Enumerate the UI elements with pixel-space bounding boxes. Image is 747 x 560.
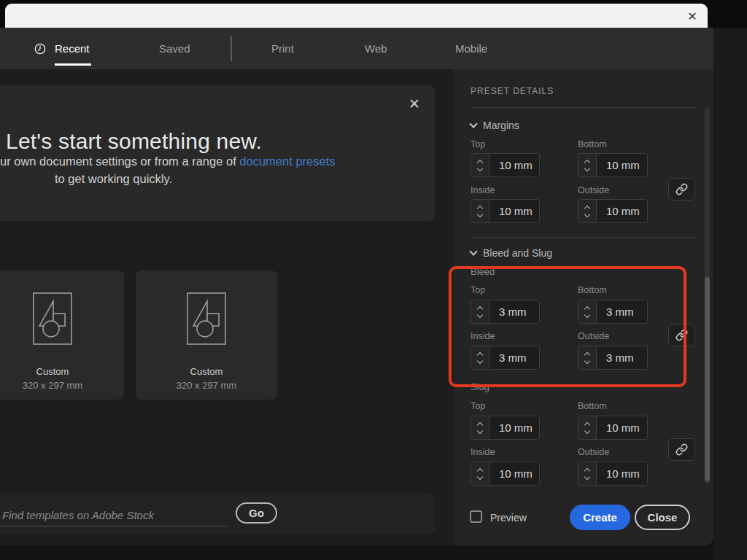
tab-recent[interactable]: Recent — [55, 42, 90, 55]
stepper-down-icon[interactable] — [584, 211, 590, 217]
tab-web[interactable]: Web — [365, 42, 387, 55]
panel-header: PRESET DETAILS — [471, 86, 554, 96]
margins-outside-label: Outside — [578, 185, 609, 195]
margins-link-button[interactable] — [668, 178, 695, 201]
stepper-up-icon[interactable] — [584, 205, 590, 211]
stock-search-input[interactable]: Find templates on Adobe Stock — [0, 500, 228, 526]
stock-go-button[interactable]: Go — [236, 502, 277, 524]
preset-card-custom-2[interactable]: Custom 320 x 297 mm — [136, 271, 277, 400]
stepper-arrows[interactable] — [471, 200, 489, 222]
slug-top-label: Top — [471, 401, 485, 411]
slug-top-field[interactable]: 10 mm — [471, 416, 540, 440]
margins-bottom-field[interactable]: 10 mm — [578, 153, 648, 177]
bleed-bottom-value[interactable]: 3 mm — [597, 300, 647, 323]
margins-top-value[interactable]: 10 mm — [489, 154, 539, 176]
window-close-icon[interactable]: ✕ — [683, 7, 702, 26]
stepper-arrows[interactable] — [471, 300, 489, 323]
welcome-banner: Let's start something new. ur own docume… — [0, 85, 435, 221]
divider — [471, 107, 696, 108]
stepper-up-icon[interactable] — [477, 421, 483, 427]
bleed-inside-value[interactable]: 3 mm — [489, 346, 539, 369]
bleed-bottom-field[interactable]: 3 mm — [578, 300, 648, 324]
slug-inside-label: Inside — [471, 447, 495, 457]
stepper-up-icon[interactable] — [477, 467, 483, 473]
slug-bottom-value[interactable]: 10 mm — [597, 416, 647, 439]
margins-outside-value[interactable]: 10 mm — [597, 200, 647, 222]
stepper-arrows[interactable] — [471, 154, 489, 176]
stepper-down-icon[interactable] — [477, 311, 483, 317]
margins-inside-field[interactable]: 10 mm — [471, 199, 540, 223]
stepper-down-icon[interactable] — [584, 165, 590, 171]
stepper-arrows[interactable] — [578, 154, 597, 176]
preset-card-custom-1[interactable]: Custom 320 x 297 mm — [0, 271, 124, 400]
stepper-arrows[interactable] — [471, 416, 489, 439]
stepper-arrows[interactable] — [471, 346, 489, 369]
margins-bottom-value[interactable]: 10 mm — [597, 154, 647, 176]
bleed-top-label: Top — [471, 285, 485, 295]
stepper-down-icon[interactable] — [584, 357, 590, 363]
stepper-arrows[interactable] — [578, 462, 597, 485]
preview-label: Preview — [490, 512, 527, 524]
tab-mobile[interactable]: Mobile — [455, 42, 487, 55]
preset-card-name: Custom — [0, 366, 124, 377]
banner-text-line2: to get working quickly. — [55, 172, 172, 186]
stepper-up-icon[interactable] — [477, 351, 483, 357]
bleed-top-field[interactable]: 3 mm — [471, 300, 540, 324]
banner-title: Let's start something new. — [6, 129, 262, 154]
stepper-arrows[interactable] — [578, 346, 597, 369]
slug-top-value[interactable]: 10 mm — [489, 416, 539, 439]
bleed-slug-section-toggle[interactable]: Bleed and Slug — [471, 247, 552, 259]
stepper-arrows[interactable] — [471, 462, 489, 485]
bleed-outside-field[interactable]: 3 mm — [578, 346, 648, 370]
panel-scrollbar-thumb[interactable] — [705, 277, 710, 481]
new-document-dialog: Recent Saved Print Web Mobile Let's star… — [0, 28, 713, 545]
stepper-arrows[interactable] — [578, 200, 597, 222]
stepper-up-icon[interactable] — [584, 306, 590, 311]
slug-outside-value[interactable]: 10 mm — [597, 462, 647, 485]
stepper-down-icon[interactable] — [584, 427, 590, 433]
stepper-down-icon[interactable] — [584, 311, 590, 317]
slug-inside-value[interactable]: 10 mm — [489, 462, 539, 485]
create-button[interactable]: Create — [570, 505, 630, 530]
stepper-down-icon[interactable] — [584, 473, 590, 479]
link-icon — [676, 183, 688, 195]
stepper-down-icon[interactable] — [477, 211, 483, 217]
slug-outside-field[interactable]: 10 mm — [578, 462, 648, 486]
stepper-arrows[interactable] — [578, 300, 597, 323]
preview-checkbox[interactable] — [470, 510, 482, 523]
margins-section-toggle[interactable]: Margins — [471, 120, 519, 131]
bleed-link-button[interactable] — [668, 324, 695, 346]
slug-link-button[interactable] — [668, 438, 695, 461]
margins-inside-value[interactable]: 10 mm — [489, 200, 539, 222]
stepper-arrows[interactable] — [578, 416, 597, 439]
stepper-up-icon[interactable] — [477, 205, 483, 211]
adobe-stock-search-bar: Find templates on Adobe Stock Go — [0, 493, 435, 534]
bleed-top-value[interactable]: 3 mm — [489, 300, 539, 323]
bleed-inside-field[interactable]: 3 mm — [471, 346, 540, 370]
banner-close-icon[interactable]: ✕ — [406, 95, 423, 112]
slug-inside-field[interactable]: 10 mm — [471, 462, 540, 486]
slug-bottom-field[interactable]: 10 mm — [578, 416, 648, 440]
stepper-down-icon[interactable] — [477, 165, 483, 171]
stepper-up-icon[interactable] — [477, 306, 483, 311]
stepper-up-icon[interactable] — [584, 421, 590, 427]
margins-outside-field[interactable]: 10 mm — [578, 199, 648, 223]
stepper-down-icon[interactable] — [477, 357, 483, 363]
link-icon — [676, 329, 688, 341]
tab-print[interactable]: Print — [271, 42, 294, 55]
bleed-outside-value[interactable]: 3 mm — [597, 346, 647, 369]
stepper-up-icon[interactable] — [584, 351, 590, 357]
stepper-down-icon[interactable] — [477, 427, 483, 433]
window-titlebar[interactable]: ✕ — [5, 4, 708, 28]
stepper-down-icon[interactable] — [477, 473, 483, 479]
close-button[interactable]: Close — [635, 505, 690, 530]
stepper-up-icon[interactable] — [584, 159, 590, 165]
document-presets-link[interactable]: document presets — [239, 155, 335, 168]
stepper-up-icon[interactable] — [477, 159, 483, 165]
margins-top-field[interactable]: 10 mm — [471, 153, 540, 177]
slug-subsection-label: Slug — [471, 381, 489, 392]
margins-inside-label: Inside — [471, 185, 495, 195]
bleed-bottom-label: Bottom — [578, 285, 607, 295]
tab-saved[interactable]: Saved — [159, 42, 190, 55]
stepper-up-icon[interactable] — [584, 467, 590, 473]
